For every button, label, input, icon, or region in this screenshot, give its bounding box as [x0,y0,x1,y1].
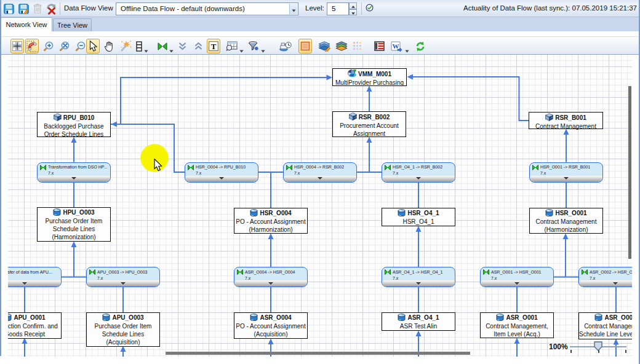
svg-text:W: W [392,42,399,49]
svg-text:T: T [211,42,217,51]
